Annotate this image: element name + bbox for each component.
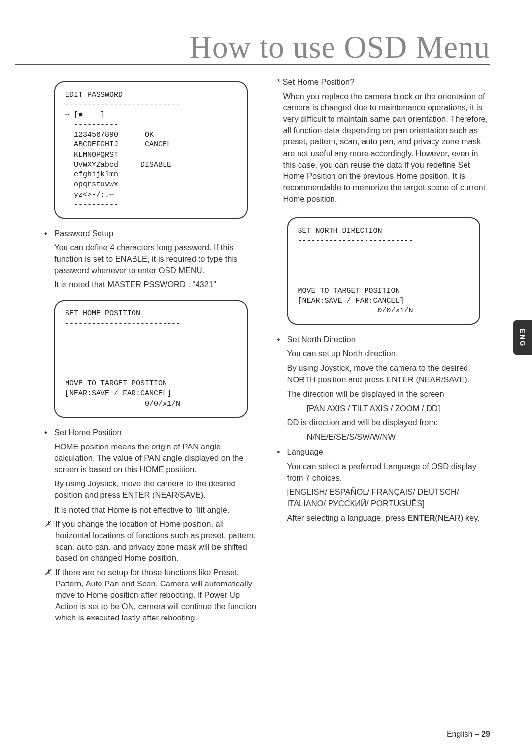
language-tab: ENG xyxy=(513,320,532,355)
paragraph: By using Joystick, move the camera to th… xyxy=(287,362,491,385)
note-text: If you change the location of Home posit… xyxy=(55,518,258,564)
left-column: EDIT PASSWORD --------------------------… xyxy=(44,76,258,626)
paragraph: The direction will be displayed in the s… xyxy=(287,388,491,400)
text-part: After selecting a language, press xyxy=(287,514,408,522)
bullet-title: Set North Direction xyxy=(287,334,491,345)
bullet-dot-icon: • xyxy=(277,334,287,345)
bullet-dot-icon: • xyxy=(44,427,54,438)
bullet-language: • Language xyxy=(277,447,491,458)
paragraph: By using Joystick, move the camera to th… xyxy=(54,478,258,501)
bullet-password-setup: • Password Setup xyxy=(44,228,258,239)
bullet-dot-icon: • xyxy=(277,447,287,458)
paragraph: It is noted that MASTER PSSWORD : "4321" xyxy=(54,279,258,290)
bullet-set-home-position: • Set Home Position xyxy=(44,427,258,438)
osd-set-north-direction: SET NORTH DIRECTION --------------------… xyxy=(287,217,481,325)
osd-edit-password: EDIT PASSWORD --------------------------… xyxy=(54,81,248,219)
paragraph: You can define 4 characters long passwor… xyxy=(54,242,258,276)
osd-set-home-position: SET HOME POSITION ----------------------… xyxy=(54,300,248,418)
bullet-title: Set Home Position xyxy=(54,427,258,438)
bullet-dot-icon: • xyxy=(44,228,54,239)
paragraph: You can set up North direction. xyxy=(287,348,491,359)
right-column: * Set Home Position? When you replace th… xyxy=(277,76,491,626)
check-icon: ✗ xyxy=(44,518,55,564)
note-text: If there are no setup for those function… xyxy=(55,567,258,623)
paragraph: It is noted that Home is not effective t… xyxy=(54,504,258,515)
bullet-set-north-direction: • Set North Direction xyxy=(277,334,491,345)
content-area: EDIT PASSWORD --------------------------… xyxy=(44,76,490,626)
paragraph: DD is direction and will be displayed fr… xyxy=(287,417,491,428)
note-item: ✗ If you change the location of Home pos… xyxy=(44,518,258,564)
page-footer: English – 29 xyxy=(447,730,490,739)
paragraph: [ENGLISH/ ESPAÑOL/ FRANÇAIS/ DEUTSCH/ IT… xyxy=(287,486,491,509)
footer-label: English – xyxy=(447,730,481,738)
paragraph-indent: N/NE/E/SE/S/SW/W/NW xyxy=(307,431,491,443)
paragraph: You can select a preferred Language of O… xyxy=(287,461,491,483)
bullet-title: Password Setup xyxy=(54,228,258,239)
bullet-title: Language xyxy=(287,447,491,458)
paragraph: HOME position means the origin of PAN an… xyxy=(54,441,258,475)
title-underline xyxy=(15,64,490,65)
star-heading: * Set Home Position? xyxy=(277,76,491,88)
page-number: 29 xyxy=(481,730,490,738)
paragraph: When you replace the camera block or the… xyxy=(283,91,491,205)
paragraph: After selecting a language, press ENTER(… xyxy=(287,513,491,524)
check-icon: ✗ xyxy=(44,567,55,623)
paragraph-indent: [PAN AXIS / TILT AXIS / ZOOM / DD] xyxy=(307,403,491,414)
text-part: (NEAR) key. xyxy=(435,514,479,522)
page-title: How to use OSD Menu xyxy=(190,30,491,66)
note-item: ✗ If there are no setup for those functi… xyxy=(44,567,258,623)
enter-key-bold: ENTER xyxy=(407,514,435,522)
